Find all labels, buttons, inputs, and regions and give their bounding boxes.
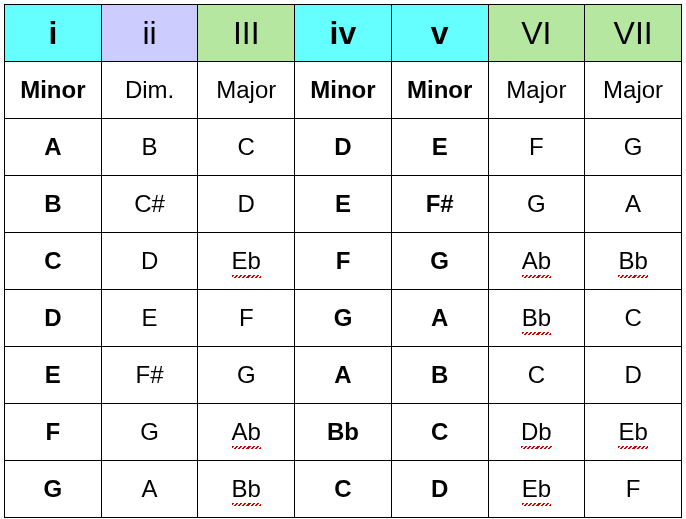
chord-cell: E: [101, 290, 198, 347]
chord-cell: C#: [101, 176, 198, 233]
chord-cell: Bb: [295, 404, 392, 461]
chord-cell: Bb: [585, 233, 682, 290]
chord-cell: G: [198, 347, 295, 404]
chord-cell: Db: [488, 404, 585, 461]
chord-cell: D: [198, 176, 295, 233]
chord-cell: G: [101, 404, 198, 461]
roman-numeral-row: i ii III iv v VI VII: [5, 5, 682, 62]
chord-cell: Eb: [585, 404, 682, 461]
chord-cell: D: [391, 461, 488, 518]
quality-iv: Minor: [295, 62, 392, 119]
quality-ii: Dim.: [101, 62, 198, 119]
chord-cell: E: [295, 176, 392, 233]
chord-cell: G: [295, 290, 392, 347]
chord-cell: C: [5, 233, 102, 290]
quality-v: Minor: [391, 62, 488, 119]
chord-cell: C: [198, 119, 295, 176]
chord-cell: F: [198, 290, 295, 347]
chord-cell: B: [391, 347, 488, 404]
chord-cell: C: [488, 347, 585, 404]
chord-cell: F#: [391, 176, 488, 233]
chord-cell: A: [101, 461, 198, 518]
key-row: ABCDEFG: [5, 119, 682, 176]
roman-VI: VI: [488, 5, 585, 62]
chord-cell: F: [295, 233, 392, 290]
chord-cell: Eb: [488, 461, 585, 518]
chord-quality-row: Minor Dim. Major Minor Minor Major Major: [5, 62, 682, 119]
roman-VII: VII: [585, 5, 682, 62]
quality-III: Major: [198, 62, 295, 119]
key-row: DEFGABbC: [5, 290, 682, 347]
chord-cell: E: [391, 119, 488, 176]
chord-cell: A: [585, 176, 682, 233]
key-row: FGAbBbCDbEb: [5, 404, 682, 461]
chord-cell: E: [5, 347, 102, 404]
chord-cell: F: [488, 119, 585, 176]
chord-cell: D: [5, 290, 102, 347]
key-row: EF#GABCD: [5, 347, 682, 404]
chord-cell: G: [5, 461, 102, 518]
chord-cell: G: [585, 119, 682, 176]
quality-VII: Major: [585, 62, 682, 119]
key-row: CDEbFGAbBb: [5, 233, 682, 290]
quality-i: Minor: [5, 62, 102, 119]
minor-scale-chord-table: i ii III iv v VI VII Minor Dim. Major Mi…: [4, 4, 682, 518]
chord-cell: Ab: [198, 404, 295, 461]
chord-cell: Bb: [198, 461, 295, 518]
chord-cell: B: [5, 176, 102, 233]
chord-cell: G: [488, 176, 585, 233]
chord-cell: Bb: [488, 290, 585, 347]
chord-cell: C: [585, 290, 682, 347]
chord-cell: A: [391, 290, 488, 347]
chord-cell: D: [295, 119, 392, 176]
roman-ii: ii: [101, 5, 198, 62]
chord-cell: C: [391, 404, 488, 461]
chord-cell: F: [5, 404, 102, 461]
chord-cell: A: [5, 119, 102, 176]
key-row: BC#DEF#GA: [5, 176, 682, 233]
key-row: GABbCDEbF: [5, 461, 682, 518]
roman-iv: iv: [295, 5, 392, 62]
chord-cell: F: [585, 461, 682, 518]
chord-cell: Eb: [198, 233, 295, 290]
chord-cell: B: [101, 119, 198, 176]
chord-cell: D: [585, 347, 682, 404]
chord-cell: C: [295, 461, 392, 518]
chord-cell: G: [391, 233, 488, 290]
chord-cell: D: [101, 233, 198, 290]
chord-cell: Ab: [488, 233, 585, 290]
chord-cell: A: [295, 347, 392, 404]
chord-cell: F#: [101, 347, 198, 404]
roman-v: v: [391, 5, 488, 62]
roman-i: i: [5, 5, 102, 62]
roman-III: III: [198, 5, 295, 62]
quality-VI: Major: [488, 62, 585, 119]
